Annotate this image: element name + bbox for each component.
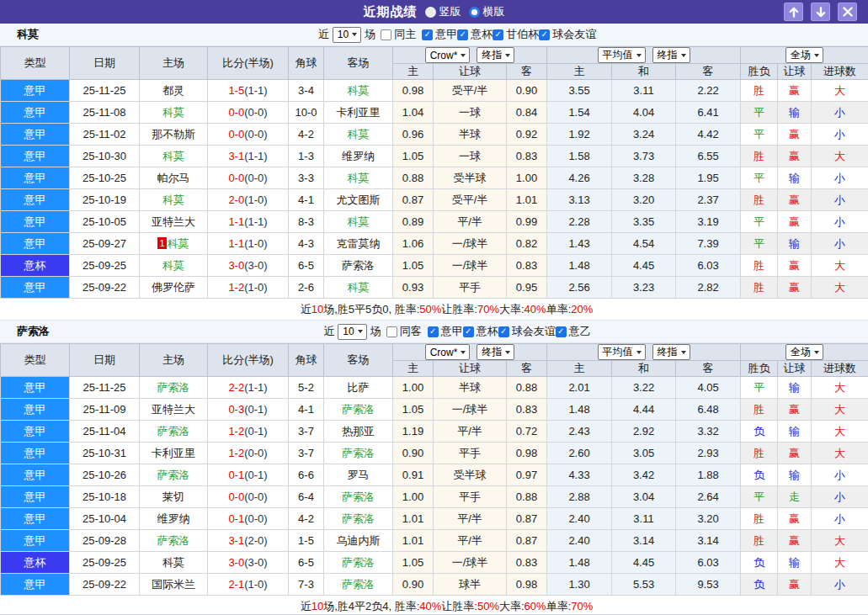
matches-body: 意甲25-11-25萨索洛2-2(1-1)5-2比萨1.00半球0.882.01… — [1, 377, 868, 596]
match-type-cell: 意甲 — [1, 486, 70, 508]
same-venue-checkbox[interactable]: 同客 — [386, 324, 422, 339]
result-cell: 胜 — [741, 255, 778, 277]
close-button[interactable] — [838, 3, 857, 21]
home-team-cell: 科莫 — [140, 255, 208, 277]
summary-line: 近10场,胜5平5负0, 胜率:50% 让胜率:70% 大率:40% 单率:20… — [0, 299, 868, 321]
goals-result-cell: 小 — [812, 189, 868, 211]
league-checkbox[interactable]: 甘伯杯 — [493, 27, 539, 42]
recent-count-select[interactable]: 10 — [333, 27, 361, 43]
checkbox-icon[interactable] — [556, 326, 567, 337]
chevron-down-icon — [505, 351, 510, 354]
avg-phase-select[interactable]: 终指 — [652, 47, 690, 63]
goals-result-cell: 大 — [812, 443, 868, 464]
team-name: 佛罗伦萨 — [152, 281, 195, 294]
checkbox-icon[interactable] — [539, 29, 550, 40]
handicap-result-cell: 赢 — [778, 530, 812, 552]
odds-handicap-cell: 一/球半 — [434, 399, 507, 421]
match-history-window: 近期战绩 竖版 横版 科莫 — [0, 0, 868, 615]
checkbox-icon[interactable] — [463, 326, 474, 337]
scope-select[interactable]: 全场 — [785, 344, 823, 360]
team-name: 乌迪内斯 — [337, 534, 381, 547]
checkbox-icon[interactable] — [498, 326, 509, 337]
avg-draw-cell: 4.04 — [612, 102, 676, 124]
league-checkbox[interactable]: 球会友谊 — [498, 324, 556, 339]
col-header-result: 胜负 — [741, 64, 778, 80]
team-name: 萨索洛 — [157, 534, 190, 547]
odds-source-select[interactable]: Crow* — [425, 47, 471, 63]
handicap-result-cell: 输 — [778, 421, 812, 443]
radio-icon[interactable] — [425, 7, 436, 18]
handicap-result-cell: 赢 — [778, 255, 812, 277]
avg-home-cell: 4.33 — [547, 464, 612, 486]
odds-phase-select[interactable]: 终指 — [477, 47, 514, 63]
goals-result-cell: 大 — [812, 399, 868, 421]
score-cell: 2-2(1-1) — [208, 377, 289, 399]
recent-count-select[interactable]: 10 — [338, 324, 366, 340]
home-team-cell: 佛罗伦萨 — [140, 277, 208, 299]
col-header-date: 日期 — [70, 47, 140, 80]
avg-source-select[interactable]: 平均值 — [598, 344, 646, 360]
odds-home-cell: 1.19 — [393, 421, 434, 443]
avg-away-cell: 2.37 — [676, 189, 741, 211]
odds-source-select[interactable]: Crow* — [425, 344, 471, 360]
league-checkbox[interactable]: 意乙 — [556, 324, 591, 339]
scope-select[interactable]: 全场 — [785, 47, 823, 63]
layout-option-horizontal[interactable]: 横版 — [469, 4, 505, 19]
home-team-cell: 亚特兰大 — [140, 211, 208, 233]
odds-phase-select[interactable]: 终指 — [477, 344, 514, 360]
chevron-down-icon — [358, 330, 363, 333]
avg-phase-select[interactable]: 终指 — [652, 344, 690, 360]
corner-cell: 3-7 — [289, 421, 324, 443]
result-cell: 负 — [741, 464, 778, 486]
league-checkbox[interactable]: 意甲 — [422, 27, 457, 42]
avg-away-cell: 7.39 — [676, 233, 741, 255]
header-controls-row: 类型 日期 主场 比分(半场) 角球 客场 Crow* 终指 — [1, 344, 868, 361]
handicap-result-cell: 输 — [778, 102, 812, 124]
odds-home-cell: 1.05 — [393, 146, 434, 167]
checkbox-label: 意杯 — [477, 324, 498, 339]
league-checkbox[interactable]: 意杯 — [463, 324, 498, 339]
half-time-score: (0-1) — [244, 469, 267, 481]
recent-count-value: 10 — [343, 326, 354, 337]
col-header-avg-home: 主 — [547, 64, 612, 80]
same-venue-checkbox[interactable]: 同主 — [381, 27, 416, 42]
odds-away-cell: 0.92 — [507, 124, 547, 146]
layout-option-vertical[interactable]: 竖版 — [425, 4, 461, 19]
goals-result-cell: 小 — [812, 486, 868, 508]
match-date-cell: 25-10-18 — [70, 486, 140, 508]
checkbox-icon[interactable] — [493, 29, 503, 40]
goals-result-cell: 大 — [812, 530, 868, 552]
match-type-cell: 意甲 — [1, 399, 70, 421]
league-checkbox[interactable]: 球会友谊 — [539, 27, 596, 42]
odds-home-cell: 0.98 — [393, 80, 434, 102]
avg-draw-cell: 2.92 — [612, 421, 676, 443]
move-up-button[interactable] — [784, 3, 803, 21]
summary-segment: 大率: — [499, 599, 525, 614]
move-down-button[interactable] — [811, 3, 830, 21]
avg-away-cell: 6.03 — [676, 552, 741, 574]
filters: 近 10 场 同主 意甲意杯甘伯杯球会友谊 — [318, 27, 596, 43]
checkbox-icon[interactable] — [386, 326, 397, 337]
handicap-result-cell: 赢 — [778, 399, 812, 421]
checkbox-icon[interactable] — [381, 29, 391, 40]
avg-home-cell: 2.60 — [547, 443, 612, 464]
half-time-score: (1-1) — [244, 215, 267, 228]
chevron-down-icon — [636, 54, 642, 57]
match-date-cell: 25-09-25 — [70, 255, 140, 277]
corner-cell: 3-3 — [289, 167, 324, 189]
score-cell: 1-1(1-0) — [208, 233, 289, 255]
odds-handicap-cell: 平/半 — [434, 508, 507, 530]
match-date-cell: 25-09-22 — [70, 277, 140, 299]
half-time-score: (0-0) — [244, 172, 267, 184]
team-name: 萨索洛 — [342, 490, 375, 503]
league-checkbox[interactable]: 意杯 — [457, 27, 493, 42]
summary-segment: 10 — [312, 600, 323, 612]
checkbox-icon[interactable] — [457, 29, 468, 40]
avg-source-select[interactable]: 平均值 — [598, 47, 646, 63]
checkbox-icon[interactable] — [422, 29, 433, 40]
team-name: 科莫 — [162, 259, 184, 272]
league-checkbox[interactable]: 意甲 — [428, 324, 463, 339]
radio-icon[interactable] — [469, 7, 480, 18]
checkbox-icon[interactable] — [428, 326, 439, 337]
match-type-cell: 意甲 — [1, 464, 70, 486]
